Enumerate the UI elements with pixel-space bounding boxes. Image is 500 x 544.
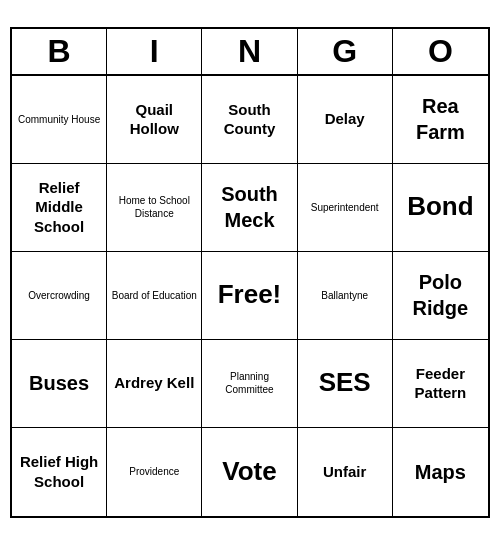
- bingo-cell-14[interactable]: Polo Ridge: [393, 252, 488, 340]
- bingo-grid: Community HouseQuail HollowSouth CountyD…: [12, 76, 488, 516]
- bingo-cell-12[interactable]: Free!: [202, 252, 297, 340]
- bingo-cell-9[interactable]: Bond: [393, 164, 488, 252]
- cell-text-19: Feeder Pattern: [397, 364, 484, 403]
- header-letter-g: G: [298, 29, 393, 74]
- bingo-cell-15[interactable]: Buses: [12, 340, 107, 428]
- cell-text-15: Buses: [29, 370, 89, 396]
- cell-text-17: Planning Committee: [206, 370, 292, 396]
- cell-text-22: Vote: [222, 455, 276, 489]
- bingo-cell-16[interactable]: Ardrey Kell: [107, 340, 202, 428]
- cell-text-13: Ballantyne: [321, 289, 368, 302]
- cell-text-21: Providence: [129, 465, 179, 478]
- bingo-cell-6[interactable]: Home to School Distance: [107, 164, 202, 252]
- header-letter-i: I: [107, 29, 202, 74]
- bingo-cell-23[interactable]: Unfair: [298, 428, 393, 516]
- bingo-cell-8[interactable]: Superintendent: [298, 164, 393, 252]
- bingo-cell-24[interactable]: Maps: [393, 428, 488, 516]
- cell-text-10: Overcrowding: [28, 289, 90, 302]
- bingo-cell-10[interactable]: Overcrowding: [12, 252, 107, 340]
- bingo-cell-22[interactable]: Vote: [202, 428, 297, 516]
- bingo-cell-17[interactable]: Planning Committee: [202, 340, 297, 428]
- bingo-header: BINGO: [12, 29, 488, 76]
- bingo-cell-5[interactable]: Relief Middle School: [12, 164, 107, 252]
- cell-text-11: Board of Education: [112, 289, 197, 302]
- bingo-cell-3[interactable]: Delay: [298, 76, 393, 164]
- bingo-cell-0[interactable]: Community House: [12, 76, 107, 164]
- cell-text-1: Quail Hollow: [111, 100, 197, 139]
- bingo-cell-13[interactable]: Ballantyne: [298, 252, 393, 340]
- bingo-cell-20[interactable]: Relief High School: [12, 428, 107, 516]
- cell-text-5: Relief Middle School: [16, 178, 102, 237]
- bingo-cell-4[interactable]: Rea Farm: [393, 76, 488, 164]
- cell-text-2: South County: [206, 100, 292, 139]
- bingo-cell-2[interactable]: South County: [202, 76, 297, 164]
- bingo-card: BINGO Community HouseQuail HollowSouth C…: [10, 27, 490, 518]
- cell-text-14: Polo Ridge: [397, 269, 484, 321]
- cell-text-9: Bond: [407, 190, 473, 224]
- cell-text-6: Home to School Distance: [111, 194, 197, 220]
- cell-text-7: South Meck: [206, 181, 292, 233]
- cell-text-8: Superintendent: [311, 201, 379, 214]
- bingo-cell-19[interactable]: Feeder Pattern: [393, 340, 488, 428]
- cell-text-12: Free!: [218, 278, 282, 312]
- header-letter-b: B: [12, 29, 107, 74]
- header-letter-n: N: [202, 29, 297, 74]
- cell-text-0: Community House: [18, 113, 100, 126]
- cell-text-3: Delay: [325, 109, 365, 129]
- cell-text-16: Ardrey Kell: [114, 373, 194, 393]
- bingo-cell-7[interactable]: South Meck: [202, 164, 297, 252]
- bingo-cell-18[interactable]: SES: [298, 340, 393, 428]
- cell-text-20: Relief High School: [16, 452, 102, 491]
- cell-text-4: Rea Farm: [397, 93, 484, 145]
- bingo-cell-21[interactable]: Providence: [107, 428, 202, 516]
- header-letter-o: O: [393, 29, 488, 74]
- bingo-cell-11[interactable]: Board of Education: [107, 252, 202, 340]
- bingo-cell-1[interactable]: Quail Hollow: [107, 76, 202, 164]
- cell-text-24: Maps: [415, 459, 466, 485]
- cell-text-18: SES: [319, 366, 371, 400]
- cell-text-23: Unfair: [323, 462, 366, 482]
